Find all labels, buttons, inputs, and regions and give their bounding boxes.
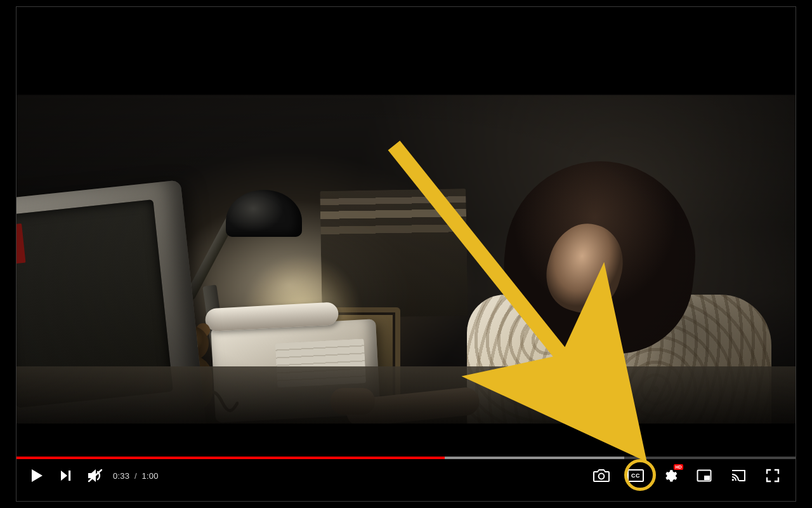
gear-icon <box>662 468 678 483</box>
player-frame: 0:33 / 1:00 CC <box>16 6 796 502</box>
miniplayer-button[interactable] <box>693 464 716 487</box>
cast-icon <box>731 469 746 482</box>
cc-label: CC <box>631 472 640 479</box>
time-display: 0:33 / 1:00 <box>113 471 159 481</box>
controls-bar: 0:33 / 1:00 CC <box>16 460 796 491</box>
cast-button[interactable] <box>727 464 750 487</box>
play-icon <box>30 468 44 483</box>
miniplayer-icon <box>697 469 712 482</box>
progress-played <box>16 457 445 459</box>
video-frame-still <box>16 95 796 424</box>
camera-icon <box>593 469 610 483</box>
time-total: 1:00 <box>142 471 159 481</box>
hd-badge: HD <box>674 464 683 470</box>
fullscreen-icon <box>766 469 780 483</box>
time-separator: / <box>134 471 137 481</box>
svg-point-2 <box>599 474 605 479</box>
svg-point-5 <box>732 479 734 481</box>
volume-muted-icon <box>87 468 103 483</box>
svg-rect-0 <box>69 471 70 481</box>
screenshot-button[interactable] <box>590 464 613 487</box>
fullscreen-button[interactable] <box>761 464 784 487</box>
play-button[interactable] <box>25 464 48 487</box>
next-button[interactable] <box>55 464 77 487</box>
video-player-stage: 0:33 / 1:00 CC <box>0 0 812 508</box>
captions-button[interactable]: CC <box>624 464 647 487</box>
settings-button[interactable]: HD <box>658 464 681 487</box>
time-current: 0:33 <box>113 471 129 481</box>
next-icon <box>59 469 73 483</box>
mute-button[interactable] <box>84 464 107 487</box>
video-viewport[interactable] <box>16 95 796 424</box>
progress-bar[interactable] <box>16 457 796 459</box>
closed-captions-icon: CC <box>627 469 644 482</box>
svg-rect-4 <box>704 476 710 480</box>
